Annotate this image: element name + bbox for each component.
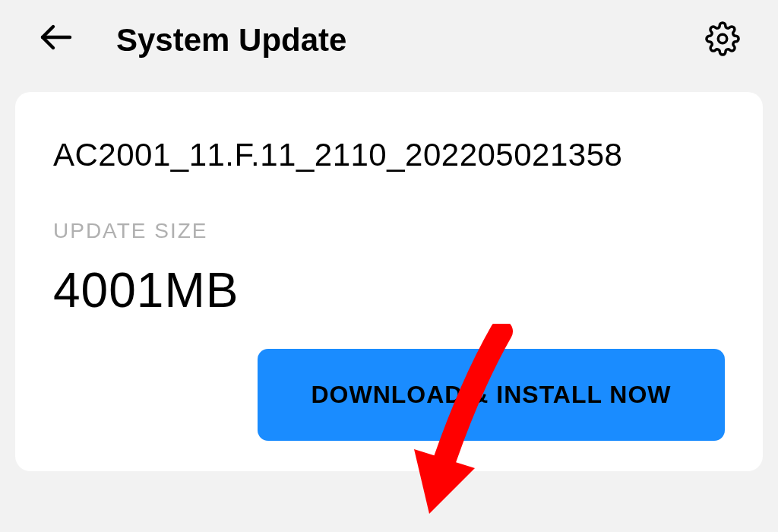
svg-point-1 (718, 34, 727, 43)
update-card: AC2001_11.F.11_2110_202205021358 UPDATE … (15, 92, 763, 471)
update-version: AC2001_11.F.11_2110_202205021358 (53, 134, 725, 177)
download-install-button[interactable]: DOWNLOAD & INSTALL NOW (258, 349, 725, 441)
page-header: System Update (0, 0, 778, 84)
gear-icon[interactable] (705, 21, 740, 59)
back-arrow-icon[interactable] (38, 19, 74, 62)
page-title: System Update (116, 22, 705, 59)
update-size-value: 4001MB (53, 262, 725, 318)
svg-marker-2 (414, 449, 475, 514)
update-size-label: UPDATE SIZE (53, 219, 725, 243)
